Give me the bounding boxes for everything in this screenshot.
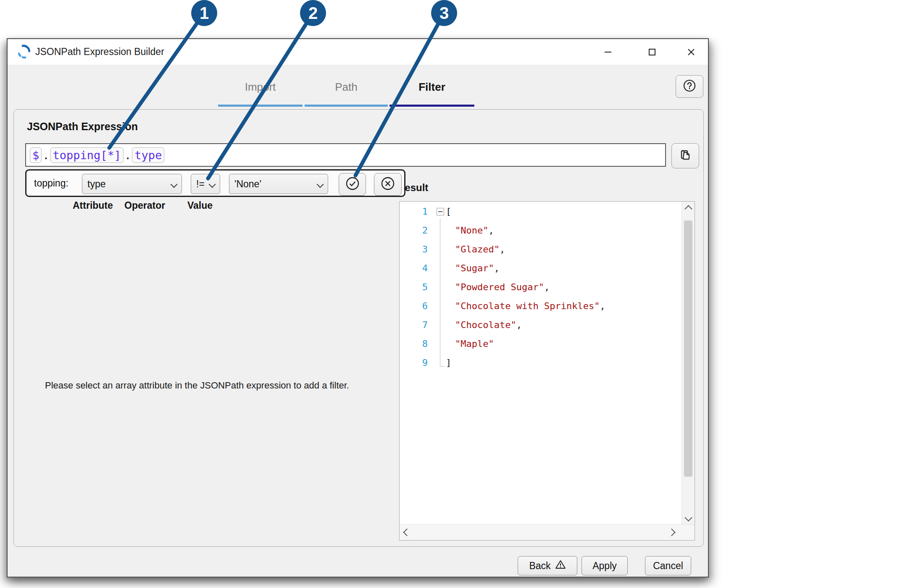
- tab-underline: [218, 105, 303, 107]
- code-line: 5 "Powdered Sugar",: [400, 278, 682, 297]
- maximize-button[interactable]: [639, 42, 665, 61]
- minimize-button[interactable]: [595, 42, 621, 61]
- code-line: 4 "Sugar",: [400, 260, 682, 278]
- expression-token-root[interactable]: $: [30, 147, 42, 163]
- line-number: 9: [400, 357, 428, 368]
- json-punctuation: ,: [494, 263, 500, 273]
- line-number: 6: [400, 301, 428, 311]
- code-line: 8 "Maple": [400, 335, 682, 354]
- line-number: 2: [400, 225, 428, 236]
- expression-token-topping-array[interactable]: topping[*]: [50, 147, 124, 163]
- remove-filter-button[interactable]: [374, 173, 402, 196]
- json-punctuation: ,: [516, 320, 522, 330]
- result-json-viewer: 1 [ 2 "None", 3 "Glazed", 4 "Sugar", 5 "…: [399, 201, 695, 541]
- apply-filter-button[interactable]: [339, 173, 366, 196]
- line-number: 8: [400, 339, 428, 349]
- line-number: 5: [400, 282, 428, 292]
- callout-circle-3: [431, 0, 457, 26]
- json-punctuation: ,: [488, 225, 494, 236]
- close-button[interactable]: [678, 42, 704, 61]
- code-line: 6 "Chocolate with Sprinkles",: [400, 297, 682, 316]
- help-button[interactable]: [676, 75, 703, 98]
- filter-row-highlight-box: topping: type != 'None': [25, 169, 405, 197]
- filter-prefix-label: topping:: [34, 171, 68, 196]
- scroll-right-icon[interactable]: [665, 526, 678, 538]
- json-punctuation: ,: [544, 282, 550, 292]
- code-line: 2 "None",: [400, 222, 682, 241]
- horizontal-scrollbar[interactable]: [400, 524, 695, 540]
- title-bar: JSONPath Expression Builder: [8, 39, 708, 65]
- json-punctuation: ,: [500, 244, 505, 255]
- callout-circle-2: [300, 0, 326, 26]
- json-punctuation: ,: [600, 301, 605, 311]
- tab-path[interactable]: Path: [305, 65, 388, 109]
- window-title: JSONPath Expression Builder: [35, 39, 164, 65]
- line-number: 4: [400, 263, 428, 273]
- code-line: 9 ]: [400, 354, 682, 373]
- tab-bar: Import Path Filter: [8, 65, 708, 109]
- expression-token-type[interactable]: type: [132, 147, 164, 163]
- question-mark-icon: [683, 79, 696, 94]
- callout-circle-1: [191, 0, 217, 26]
- json-string-value: "Chocolate with Sprinkles": [455, 301, 600, 311]
- chevron-down-icon: [317, 181, 324, 188]
- empty-filter-message: Please select an array attribute in the …: [45, 380, 349, 391]
- tab-underline: [389, 105, 474, 107]
- filter-operator-select[interactable]: !=: [191, 174, 220, 194]
- callout-number-2: 2: [308, 4, 318, 22]
- line-number: 3: [400, 244, 428, 255]
- vertical-scrollbar[interactable]: [682, 202, 695, 525]
- app-icon: [17, 45, 31, 59]
- screenshot-canvas: JSONPath Expression Builder Import Path: [0, 0, 900, 588]
- operator-column-label: Operator: [124, 200, 165, 211]
- expression-token-dot: .: [124, 149, 132, 162]
- json-punctuation: ]: [446, 357, 451, 368]
- attribute-column-label: Attribute: [73, 200, 113, 211]
- expression-section-label: JSONPath Expression: [27, 121, 138, 133]
- vertical-scrollbar-thumb[interactable]: [684, 220, 692, 477]
- jsonpath-expression-builder-dialog: JSONPath Expression Builder Import Path: [7, 38, 709, 578]
- json-string-value: "Maple": [455, 339, 494, 349]
- chevron-down-icon: [171, 181, 178, 188]
- code-line: 3 "Glazed",: [400, 241, 682, 260]
- check-circle-icon: [345, 176, 360, 193]
- line-number: 1: [400, 206, 428, 217]
- value-column-label: Value: [187, 200, 213, 211]
- expression-token-dot: .: [42, 149, 50, 162]
- json-string-value: "Chocolate": [455, 320, 516, 330]
- jsonpath-expression-input[interactable]: $ . topping[*] . type: [25, 143, 666, 167]
- code-line: 7 "Chocolate",: [400, 316, 682, 335]
- json-string-value: "None": [455, 225, 488, 236]
- json-string-value: "Sugar": [455, 263, 494, 273]
- cancel-button[interactable]: Cancel: [645, 556, 691, 575]
- tab-underline: [305, 105, 388, 107]
- callout-number-3: 3: [439, 4, 449, 22]
- filter-attribute-select[interactable]: type: [82, 174, 182, 194]
- apply-button[interactable]: Apply: [582, 556, 628, 575]
- scroll-down-icon[interactable]: [682, 511, 695, 524]
- scroll-left-icon[interactable]: [400, 526, 413, 538]
- copy-expression-button[interactable]: [671, 143, 699, 168]
- tab-filter[interactable]: Filter: [389, 65, 474, 109]
- x-circle-icon: [380, 176, 395, 193]
- code-line: 1 [: [400, 203, 682, 222]
- json-string-value: "Powdered Sugar": [455, 282, 544, 292]
- result-code-lines: 1 [ 2 "None", 3 "Glazed", 4 "Sugar", 5 "…: [400, 202, 682, 525]
- filter-value-select[interactable]: 'None': [229, 174, 328, 194]
- chevron-down-icon: [209, 181, 216, 188]
- scroll-up-icon[interactable]: [682, 202, 695, 215]
- copy-icon: [678, 148, 692, 164]
- tab-import[interactable]: Import: [218, 65, 303, 109]
- back-button[interactable]: Back: [518, 556, 577, 575]
- json-string-value: "Glazed": [455, 244, 500, 255]
- line-number: 7: [400, 320, 428, 330]
- json-punctuation: [: [446, 206, 451, 217]
- callout-number-1: 1: [200, 4, 209, 22]
- collapse-toggle-icon[interactable]: [437, 208, 444, 215]
- warning-icon: [555, 559, 566, 572]
